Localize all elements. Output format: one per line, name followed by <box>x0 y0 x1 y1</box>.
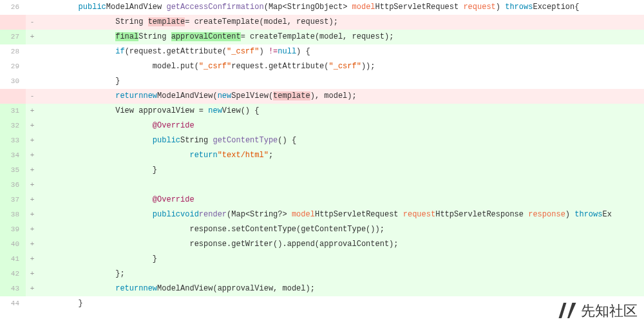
code-cell: }; <box>39 267 644 281</box>
diff-line[interactable]: - returnnewModelAndView(newSpelView(temp… <box>0 89 644 104</box>
diff-line[interactable]: 40+ response.getWriter().append(approval… <box>0 237 644 252</box>
line-number: 31 <box>0 104 26 119</box>
line-number: 42 <box>0 267 26 281</box>
svg-marker-1 <box>567 303 576 318</box>
line-number: 32 <box>0 119 26 133</box>
code-cell: @Override <box>39 193 644 207</box>
line-number: 37 <box>0 193 26 207</box>
diff-marker: + <box>26 30 39 44</box>
line-number: 36 <box>0 178 26 193</box>
diff-marker: - <box>26 89 39 104</box>
code-cell <box>39 178 644 193</box>
code-cell: publicString getContentType() { <box>39 133 644 148</box>
code-cell: @Override <box>39 119 644 133</box>
line-number: 33 <box>0 133 26 148</box>
watermark-text: 先知社区 <box>581 303 638 318</box>
diff-marker: + <box>26 281 39 296</box>
line-number: 30 <box>0 74 26 89</box>
diff-marker: + <box>26 163 39 178</box>
code-cell: returnnewModelAndView(newSpelView(templa… <box>39 89 644 104</box>
diff-line[interactable]: 32+ @Override <box>0 119 644 133</box>
line-number: 40 <box>0 237 26 252</box>
code-cell: } <box>39 296 644 311</box>
code-cell: } <box>39 163 644 178</box>
line-number: 26 <box>0 0 26 15</box>
diff-marker <box>26 44 39 59</box>
line-number: 34 <box>0 148 26 163</box>
diff-marker: + <box>26 148 39 163</box>
code-cell: response.setContentType(getContentType()… <box>39 222 644 237</box>
diff-marker: - <box>26 15 39 30</box>
diff-line[interactable]: 26 publicModelAndView getAccessConfirmat… <box>0 0 644 15</box>
line-number: 28 <box>0 44 26 59</box>
diff-line[interactable]: 38+ publicvoidrender(Map<String?> modelH… <box>0 207 644 222</box>
line-number: 39 <box>0 222 26 237</box>
diff-marker <box>26 74 39 89</box>
line-number: 38 <box>0 207 26 222</box>
watermark-icon <box>558 301 577 320</box>
diff-line[interactable]: 29 model.put("_csrf"request.getAttribute… <box>0 59 644 74</box>
diff-line[interactable]: 42+ }; <box>0 267 644 281</box>
diff-line[interactable]: - String template= createTemplate(model,… <box>0 15 644 30</box>
diff-marker: + <box>26 178 39 193</box>
diff-line[interactable]: 39+ response.setContentType(getContentTy… <box>0 222 644 237</box>
code-cell: returnnewModelAndView(approvalView, mode… <box>39 281 644 296</box>
diff-marker <box>26 0 39 15</box>
diff-line[interactable]: 33+ publicString getContentType() { <box>0 133 644 148</box>
diff-marker: + <box>26 237 39 252</box>
line-number <box>0 15 26 30</box>
line-number <box>0 89 26 104</box>
diff-marker <box>26 296 39 311</box>
diff-marker: + <box>26 222 39 237</box>
code-cell: View approvalView = newView() { <box>39 104 644 119</box>
code-cell: String template= createTemplate(model, r… <box>39 15 644 30</box>
code-cell: publicvoidrender(Map<String?> modelHttpS… <box>39 207 644 222</box>
line-number: 35 <box>0 163 26 178</box>
code-cell: response.getWriter().append(approvalCont… <box>39 237 644 252</box>
line-number: 41 <box>0 252 26 267</box>
diff-line[interactable]: 41+ } <box>0 252 644 267</box>
diff-line[interactable]: 30 } <box>0 74 644 89</box>
diff-line[interactable]: 37+ @Override <box>0 193 644 207</box>
code-cell: model.put("_csrf"request.getAttribute("_… <box>39 59 644 74</box>
code-cell: return"text/html"; <box>39 148 644 163</box>
line-number: 44 <box>0 296 26 311</box>
diff-marker: + <box>26 252 39 267</box>
diff-marker: + <box>26 119 39 133</box>
svg-marker-0 <box>559 303 567 318</box>
line-number: 43 <box>0 281 26 296</box>
diff-line[interactable]: 35+ } <box>0 163 644 178</box>
code-cell: } <box>39 74 644 89</box>
diff-line[interactable]: 44 } <box>0 296 644 311</box>
line-number: 29 <box>0 59 26 74</box>
diff-line[interactable]: 31+ View approvalView = newView() { <box>0 104 644 119</box>
line-number: 27 <box>0 30 26 44</box>
diff-line[interactable]: 34+ return"text/html"; <box>0 148 644 163</box>
code-cell: finalString approvalContent= createTempl… <box>39 30 644 44</box>
diff-marker: + <box>26 267 39 281</box>
code-cell: publicModelAndView getAccessConfirmation… <box>39 0 644 15</box>
watermark: 先知社区 <box>558 301 638 320</box>
diff-marker: + <box>26 104 39 119</box>
diff-marker: + <box>26 207 39 222</box>
diff-marker: + <box>26 193 39 207</box>
code-cell: } <box>39 252 644 267</box>
diff-marker <box>26 59 39 74</box>
diff-line[interactable]: 36+ <box>0 178 644 193</box>
diff-line[interactable]: 28 if(request.getAttribute("_csrf") !=nu… <box>0 44 644 59</box>
diff-line[interactable]: 43+ returnnewModelAndView(approvalView, … <box>0 281 644 296</box>
diff-table: 26 publicModelAndView getAccessConfirmat… <box>0 0 644 311</box>
diff-line[interactable]: 27+ finalString approvalContent= createT… <box>0 30 644 44</box>
diff-marker: + <box>26 133 39 148</box>
code-cell: if(request.getAttribute("_csrf") !=null)… <box>39 44 644 59</box>
